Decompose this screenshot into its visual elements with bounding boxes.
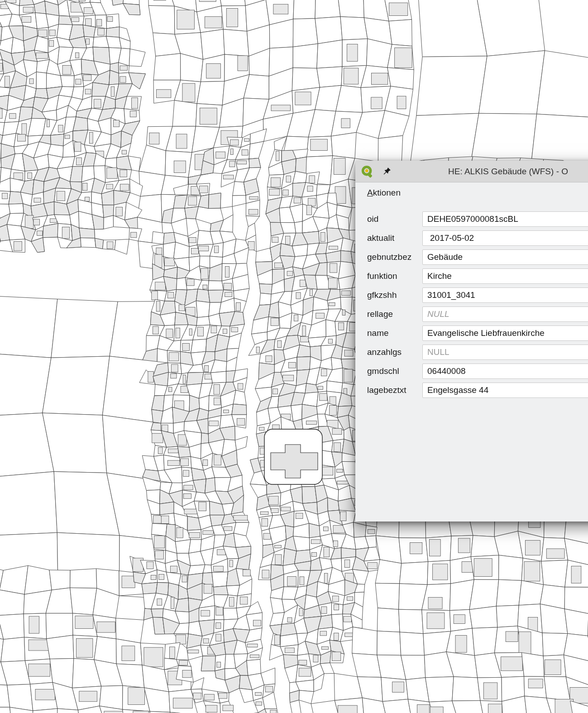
attribute-row: rellage NULL	[367, 306, 588, 322]
field-value-lagebeztxt[interactable]: Engelsgasse 44	[422, 383, 588, 398]
field-label-name: name	[367, 328, 422, 338]
field-value-anzahlgs[interactable]: NULL	[422, 345, 588, 360]
attribute-form: oid DEHE0597000081scBL aktualit 2017-05-…	[355, 203, 588, 398]
dialog-menubar: Aktionen	[355, 182, 588, 203]
field-value-rellage[interactable]: NULL	[422, 306, 588, 322]
field-label-funktion: funktion	[367, 271, 422, 281]
field-label-gebnutzbez: gebnutzbez	[367, 252, 422, 262]
field-value-aktualit[interactable]: 2017-05-02	[422, 230, 588, 246]
field-label-lagebeztxt: lagebeztxt	[367, 385, 422, 395]
attribute-row: aktualit 2017-05-02	[367, 230, 588, 246]
attribute-row: oid DEHE0597000081scBL	[367, 211, 588, 227]
field-value-name[interactable]: Evangelische Liebfrauenkirche	[422, 325, 588, 341]
field-label-anzahlgs: anzahlgs	[367, 347, 422, 357]
attribute-row: anzahlgs NULL	[367, 345, 588, 360]
menu-aktionen[interactable]: Aktionen	[367, 188, 401, 198]
attribute-row: gebnutzbez Gebäude	[367, 249, 588, 265]
field-label-oid: oid	[367, 214, 422, 224]
field-label-rellage: rellage	[367, 309, 422, 319]
attribute-row: funktion Kirche	[367, 268, 588, 284]
feature-attributes-dialog: HE: ALKIS Gebäude (WFS) - O Aktionen oid…	[355, 161, 588, 522]
attribute-row: gfkzshh 31001_3041	[367, 287, 588, 303]
field-value-gebnutzbez[interactable]: Gebäude	[422, 249, 588, 265]
dialog-titlebar[interactable]: HE: ALKIS Gebäude (WFS) - O	[355, 161, 588, 182]
field-label-gmdschl: gmdschl	[367, 366, 422, 376]
qgis-logo-icon	[361, 165, 374, 178]
field-label-gfkzshh: gfkzshh	[367, 290, 422, 300]
field-value-oid[interactable]: DEHE0597000081scBL	[422, 211, 588, 227]
attribute-row: gmdschl 06440008	[367, 364, 588, 379]
attribute-row: lagebeztxt Engelsgasse 44	[367, 383, 588, 398]
dialog-title: HE: ALKIS Gebäude (WFS) - O	[448, 167, 568, 177]
field-value-funktion[interactable]: Kirche	[422, 268, 588, 284]
pin-icon[interactable]	[382, 167, 392, 177]
field-value-gmdschl[interactable]: 06440008	[422, 364, 588, 379]
field-value-gfkzshh[interactable]: 31001_3041	[422, 287, 588, 303]
field-label-aktualit: aktualit	[367, 233, 422, 243]
attribute-row: name Evangelische Liebfrauenkirche	[367, 325, 588, 341]
